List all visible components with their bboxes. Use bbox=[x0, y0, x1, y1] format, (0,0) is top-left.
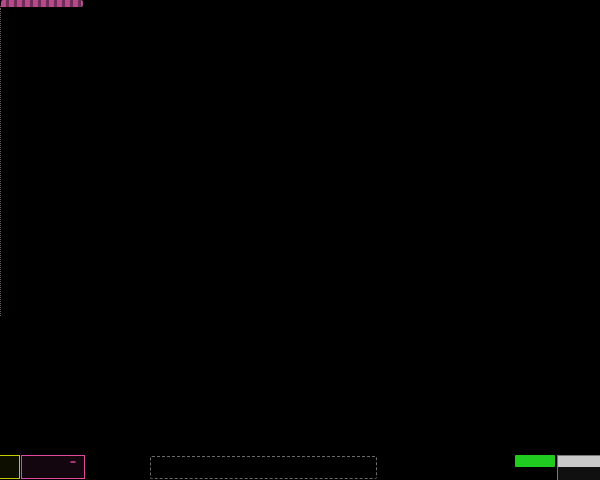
add-trace-button[interactable] bbox=[150, 456, 377, 479]
timebase-title bbox=[558, 456, 600, 467]
trace-annotation-label bbox=[1, 0, 83, 7]
measurement-histicons bbox=[0, 429, 600, 457]
channel-c2-descriptor[interactable] bbox=[21, 455, 85, 479]
c2-esp-badge bbox=[70, 461, 76, 463]
timebase-value bbox=[558, 467, 600, 479]
c2-vertical-scale bbox=[22, 467, 84, 477]
hd-mode-badge[interactable] bbox=[515, 455, 555, 467]
channel-c1-descriptor[interactable] bbox=[0, 455, 20, 479]
c1-vertical-scale bbox=[0, 467, 19, 477]
trigger-position-line bbox=[0, 8, 1, 316]
waveform-display bbox=[0, 0, 600, 332]
timebase-descriptor[interactable] bbox=[557, 455, 600, 480]
